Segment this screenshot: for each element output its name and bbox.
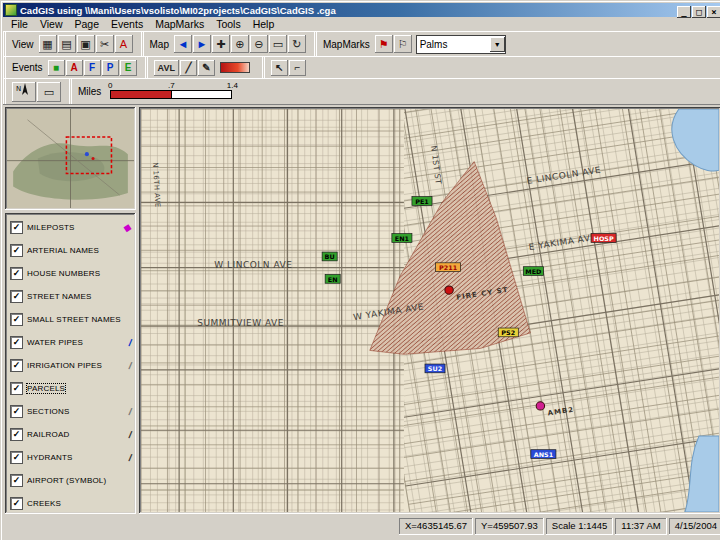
layer-checkbox-parcels[interactable]: ✓ bbox=[10, 382, 23, 395]
layer-item-creeks[interactable]: ✓CREEKS bbox=[7, 492, 136, 514]
menu-mapmarks[interactable]: MapMarks bbox=[149, 18, 210, 30]
layer-checkbox-creeks[interactable]: ✓ bbox=[10, 497, 23, 510]
layer-item-parcels[interactable]: ✓PARCELS bbox=[7, 377, 136, 400]
add-mapmark-button[interactable]: ⚑ bbox=[375, 35, 393, 53]
menu-tools[interactable]: Tools bbox=[210, 18, 247, 30]
layer-label: ARTERIAL NAMES bbox=[27, 246, 99, 255]
left-panel: ✓MILEPOSTS◆✓ARTERIAL NAMES✓HOUSE NUMBERS… bbox=[5, 107, 136, 514]
pan-button[interactable]: ✚ bbox=[212, 35, 230, 53]
overview-map[interactable] bbox=[5, 107, 136, 210]
layer-item-arterial-names[interactable]: ✓ARTERIAL NAMES bbox=[7, 239, 136, 262]
layer-label: STREET NAMES bbox=[27, 292, 92, 301]
layer-checkbox-railroad[interactable]: ✓ bbox=[10, 428, 23, 441]
event-fire-button[interactable]: F bbox=[84, 60, 101, 76]
menu-help[interactable]: Help bbox=[247, 18, 281, 30]
zoom-in-button[interactable]: ⊕ bbox=[231, 35, 249, 53]
mapmarks-combo[interactable]: Palms▼ bbox=[416, 35, 506, 54]
layer-item-house-numbers[interactable]: ✓HOUSE NUMBERS bbox=[7, 262, 136, 285]
scalebar-segment-white bbox=[171, 91, 232, 98]
menu-events[interactable]: Events bbox=[105, 18, 149, 30]
layer-checkbox-house-numbers[interactable]: ✓ bbox=[10, 267, 23, 280]
event-new-button[interactable]: ■ bbox=[48, 60, 65, 76]
event-ems-button[interactable]: E bbox=[120, 60, 137, 76]
layer-checkbox-mileposts[interactable]: ✓ bbox=[10, 221, 23, 234]
layer-checkbox-small-street-names[interactable]: ✓ bbox=[10, 313, 23, 326]
layer-item-hydrants[interactable]: ✓HYDRANTS/ bbox=[7, 446, 136, 469]
goto-mapmark-button[interactable]: ⚐ bbox=[394, 35, 412, 53]
menu-file[interactable]: File bbox=[5, 18, 34, 30]
layer-label: IRRIGATION PIPES bbox=[27, 361, 102, 370]
forward-arrow-button[interactable]: ► bbox=[193, 35, 211, 53]
refresh-button[interactable]: ↻ bbox=[288, 35, 306, 53]
font-button[interactable]: A bbox=[115, 35, 133, 53]
layer-item-street-names[interactable]: ✓STREET NAMES bbox=[7, 285, 136, 308]
marker-en[interactable]: EN bbox=[325, 274, 340, 283]
zoom-out-button[interactable]: ⊖ bbox=[250, 35, 268, 53]
svg-text:PS2: PS2 bbox=[501, 329, 515, 336]
layer-item-water-pipes[interactable]: ✓WATER PIPES/ bbox=[7, 331, 136, 354]
layer-item-sections[interactable]: ✓SECTIONS/ bbox=[7, 400, 136, 423]
layer-checkbox-water-pipes[interactable]: ✓ bbox=[10, 336, 23, 349]
street-label: SUMMITVIEW AVE bbox=[197, 318, 284, 328]
chevron-down-icon[interactable]: ▼ bbox=[490, 37, 505, 52]
title-bar[interactable]: CadGIS using \\Mani\Users\vsolisto\MI02p… bbox=[3, 3, 720, 17]
flag-corner-button[interactable]: ⌐ bbox=[289, 60, 306, 76]
status-y-coordinate: Y=459507.93 bbox=[475, 518, 544, 535]
mapmarks-toolbar-label: MapMarks bbox=[323, 39, 370, 50]
pointer-button[interactable]: ↖ bbox=[271, 60, 288, 76]
menu-view[interactable]: View bbox=[34, 18, 69, 30]
layer-checkbox-street-names[interactable]: ✓ bbox=[10, 290, 23, 303]
measure-button[interactable]: ╱ bbox=[180, 60, 197, 76]
status-bar: X=4635145.67 Y=459507.93 Scale 1:1445 11… bbox=[3, 518, 720, 535]
layer-checkbox-irrigation-pipes[interactable]: ✓ bbox=[10, 359, 23, 372]
map-toolbar-label: Map bbox=[150, 39, 169, 50]
layer-item-small-street-names[interactable]: ✓SMALL STREET NAMES bbox=[7, 308, 136, 331]
zoom-extent-button[interactable]: ▭ bbox=[269, 35, 287, 53]
svg-text:ANS1: ANS1 bbox=[534, 451, 553, 458]
layout-button[interactable]: ▦ bbox=[39, 35, 57, 53]
marker-p211[interactable]: P211 bbox=[436, 263, 461, 272]
back-arrow-button[interactable]: ◄ bbox=[174, 35, 192, 53]
marker-pe1[interactable]: PE1 bbox=[412, 197, 432, 206]
scale-tool-button[interactable]: ▭ bbox=[37, 82, 61, 102]
marker-ans1[interactable]: ANS1 bbox=[531, 450, 556, 459]
layer-checkbox-airport-symbol[interactable]: ✓ bbox=[10, 474, 23, 487]
layer-symbol-icon: / bbox=[128, 337, 133, 348]
events-toolbar-label: Events bbox=[12, 62, 43, 73]
svg-text:HOSP: HOSP bbox=[594, 235, 615, 242]
marker-en1[interactable]: EN1 bbox=[392, 234, 412, 243]
status-x-coordinate: X=4635145.67 bbox=[399, 518, 473, 535]
menu-page[interactable]: Page bbox=[69, 18, 106, 30]
overview-map-image bbox=[7, 109, 134, 208]
layer-label: SMALL STREET NAMES bbox=[27, 315, 121, 324]
avl-button[interactable]: AVL bbox=[154, 60, 179, 76]
copy-map-button[interactable]: ▣ bbox=[77, 35, 95, 53]
layer-label: WATER PIPES bbox=[27, 338, 83, 347]
layer-checkbox-hydrants[interactable]: ✓ bbox=[10, 451, 23, 464]
clip-button[interactable]: ✂ bbox=[96, 35, 114, 53]
scalebar-ticks: 0.71.4 bbox=[110, 81, 232, 90]
layer-item-airport-symbol[interactable]: ✓AIRPORT (SYMBOL) bbox=[7, 469, 136, 492]
event-police-button[interactable]: P bbox=[102, 60, 119, 76]
marker-ps2[interactable]: PS2 bbox=[498, 328, 518, 337]
marker-hosp[interactable]: HOSP bbox=[591, 234, 616, 243]
marker-su2[interactable]: SU2 bbox=[425, 364, 445, 373]
layer-label: HYDRANTS bbox=[27, 453, 73, 462]
marker-bu[interactable]: BU bbox=[322, 252, 337, 261]
layer-checkbox-arterial-names[interactable]: ✓ bbox=[10, 244, 23, 257]
layer-checkbox-sections[interactable]: ✓ bbox=[10, 405, 23, 418]
layer-label: PARCELS bbox=[27, 384, 65, 393]
status-scale: Scale 1:1445 bbox=[546, 518, 613, 535]
event-accident-button[interactable]: A bbox=[66, 60, 83, 76]
marker-med[interactable]: MED bbox=[523, 267, 543, 276]
scalebar-tick: .7 bbox=[168, 81, 175, 90]
layer-item-mileposts[interactable]: ✓MILEPOSTS◆ bbox=[7, 216, 136, 239]
map-view[interactable]: N 1ST STN 16TH AVEE LINCOLN AVEW LINCOLN… bbox=[139, 107, 720, 514]
app-icon bbox=[5, 4, 17, 16]
map-canvas[interactable]: N 1ST STN 16TH AVEE LINCOLN AVEW LINCOLN… bbox=[141, 109, 719, 512]
layer-item-railroad[interactable]: ✓RAILROAD/ bbox=[7, 423, 136, 446]
print-button[interactable]: ▤ bbox=[58, 35, 76, 53]
layer-item-irrigation-pipes[interactable]: ✓IRRIGATION PIPES/ bbox=[7, 354, 136, 377]
north-arrow-button[interactable]: N bbox=[12, 82, 36, 102]
draw-button[interactable]: ✎ bbox=[198, 60, 215, 76]
